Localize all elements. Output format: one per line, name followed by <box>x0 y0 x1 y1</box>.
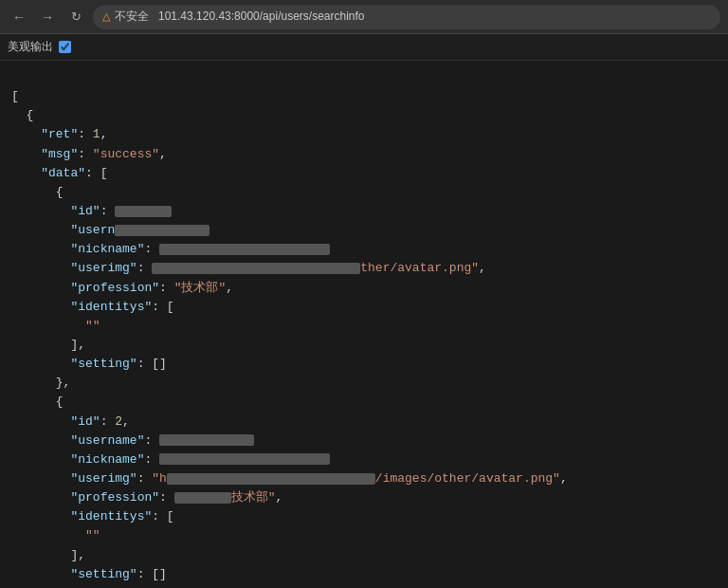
back-button[interactable]: ← <box>8 6 30 28</box>
blurred-nickname-1 <box>159 244 330 255</box>
blurred-profession-2 <box>174 492 231 504</box>
security-label: 不安全 <box>115 9 149 23</box>
json-open-bracket: [ <box>11 89 19 103</box>
json-content: [ { "ret": 1, "msg": "success", "data": … <box>0 61 728 588</box>
refresh-button[interactable]: ↻ <box>64 6 87 28</box>
address-bar[interactable]: △ 不安全 101.43.120.43:8000/api/users/searc… <box>93 5 720 29</box>
blurred-username-2 <box>159 434 254 446</box>
security-icon: △ <box>102 10 110 23</box>
pretty-print-checkbox[interactable] <box>59 41 71 53</box>
blurred-username-1 <box>115 225 209 236</box>
url-text: 101.43.120.43:8000/api/users/searchinfo <box>158 9 365 23</box>
address-text: 不安全 101.43.120.43:8000/api/users/searchi… <box>115 9 365 25</box>
blurred-img-2 <box>167 473 375 485</box>
forward-button[interactable]: → <box>36 6 59 28</box>
browser-bar: ← → ↻ △ 不安全 101.43.120.43:8000/api/users… <box>0 0 728 34</box>
blurred-nickname-2 <box>159 453 330 465</box>
blurred-id-1 <box>115 206 172 217</box>
toolbar: 美观输出 <box>0 34 728 61</box>
toolbar-label: 美观输出 <box>8 39 53 55</box>
blurred-img-1 <box>152 263 360 274</box>
